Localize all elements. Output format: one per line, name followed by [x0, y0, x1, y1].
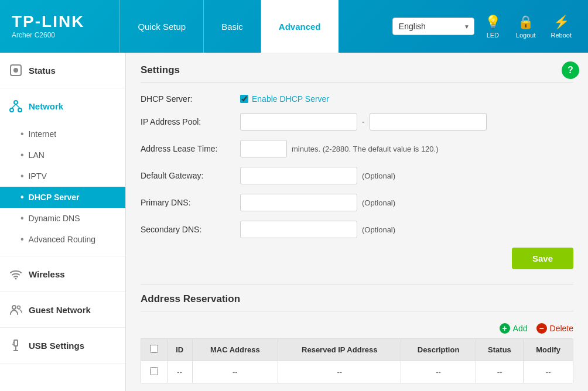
sidebar-section-status: Status: [0, 53, 125, 88]
language-select[interactable]: English 中文 Deutsch Español Français: [392, 18, 474, 35]
reboot-icon: ⚡: [553, 15, 569, 30]
row-modify: --: [524, 361, 573, 383]
save-button[interactable]: Save: [512, 248, 573, 269]
svg-point-4: [18, 108, 22, 112]
secondary-dns-input[interactable]: [240, 221, 357, 238]
status-icon: [9, 63, 23, 77]
logo-area: TP-LINK Archer C2600: [12, 13, 84, 39]
row-checkbox[interactable]: [150, 367, 158, 375]
ip-pool-end-input[interactable]: 192.168.0.199: [370, 113, 487, 131]
sidebar-section-usb-settings: USB Settings: [0, 328, 125, 363]
sidebar-item-advanced-routing[interactable]: Advanced Routing: [0, 229, 125, 250]
dynamic-dns-label: Dynamic DNS: [29, 214, 80, 223]
ip-pool-separator: -: [362, 117, 365, 126]
col-checkbox: [141, 339, 167, 361]
row-ip: --: [278, 361, 401, 383]
add-button[interactable]: + Add: [500, 323, 528, 334]
col-description: Description: [401, 339, 476, 361]
address-reservation-section: Address Reservation: [141, 284, 573, 311]
tab-basic[interactable]: Basic: [204, 0, 261, 53]
help-button[interactable]: ?: [562, 61, 579, 79]
save-row: Save: [141, 248, 573, 269]
advanced-routing-label: Advanced Routing: [29, 235, 95, 244]
svg-point-7: [15, 278, 17, 280]
sidebar-item-network-label: Network: [29, 101, 63, 111]
tab-advanced[interactable]: Advanced: [261, 0, 339, 53]
select-all-checkbox[interactable]: [150, 345, 158, 353]
primary-dns-input[interactable]: [240, 194, 357, 211]
sidebar-item-usb-settings[interactable]: USB Settings: [0, 328, 125, 363]
row-desc: --: [401, 361, 476, 383]
form-row-ip-pool: IP Address Pool: 192.168.0.100 - 192.168…: [141, 113, 573, 131]
logout-label: Logout: [516, 32, 536, 39]
delete-label: Delete: [550, 324, 573, 333]
row-status: --: [476, 361, 524, 383]
header-right: English 中文 Deutsch Español Français ▼ 💡 …: [392, 15, 576, 39]
form-row-lease-time: Address Lease Time: 120 minutes. (2-2880…: [141, 140, 573, 157]
table-actions: + Add − Delete: [141, 323, 573, 334]
svg-point-3: [10, 108, 13, 112]
sidebar-item-dynamic-dns[interactable]: Dynamic DNS: [0, 208, 125, 229]
sidebar-item-status[interactable]: Status: [0, 53, 125, 88]
add-label: Add: [513, 324, 528, 333]
logout-icon: 🔒: [518, 15, 534, 30]
sidebar-item-internet[interactable]: Internet: [0, 124, 125, 145]
row-id: --: [167, 361, 192, 383]
dhcp-server-label: DHCP Server: [29, 193, 80, 202]
sidebar-item-iptv[interactable]: IPTV: [0, 166, 125, 187]
table-header: ID MAC Address Reserved IP Address Descr…: [141, 339, 573, 361]
sidebar-section-wireless: Wireless: [0, 256, 125, 292]
settings-title: Settings: [141, 64, 573, 83]
svg-line-5: [12, 104, 16, 108]
reboot-button[interactable]: ⚡ Reboot: [546, 15, 576, 39]
led-button[interactable]: 💡 LED: [480, 15, 505, 39]
language-selector-wrapper: English 中文 Deutsch Español Français ▼: [392, 18, 474, 35]
col-id: ID: [167, 339, 192, 361]
primary-dns-label: Primary DNS:: [141, 198, 240, 207]
network-icon: [9, 99, 23, 113]
delete-icon: −: [536, 323, 547, 334]
lease-time-hint: minutes. (2-2880. The default value is 1…: [292, 145, 439, 153]
row-mac: --: [192, 361, 278, 383]
secondary-dns-optional: (Optional): [362, 225, 395, 234]
svg-point-1: [13, 68, 18, 73]
sidebar-item-status-label: Status: [29, 66, 56, 76]
enable-dhcp-checkbox[interactable]: [240, 95, 248, 103]
tab-quick-setup[interactable]: Quick Setup: [119, 0, 204, 53]
wireless-icon: [9, 267, 23, 281]
table-body: -- -- -- -- -- --: [141, 361, 573, 383]
ip-pool-label: IP Address Pool:: [141, 117, 240, 126]
svg-point-8: [12, 306, 16, 309]
gateway-optional: (Optional): [362, 172, 395, 180]
sidebar-section-network: Network Internet LAN IPTV DHCP Server Dy…: [0, 88, 125, 256]
form-row-secondary-dns: Secondary DNS: (Optional): [141, 221, 573, 238]
usb-icon: [9, 338, 23, 352]
gateway-control: 192.168.0.1 (Optional): [240, 167, 395, 184]
lease-time-input[interactable]: 120: [240, 140, 287, 157]
usb-settings-label: USB Settings: [29, 341, 84, 351]
delete-button[interactable]: − Delete: [536, 323, 573, 334]
sidebar-item-guest-network[interactable]: Guest Network: [0, 292, 125, 327]
svg-line-6: [16, 104, 20, 108]
svg-point-9: [18, 306, 20, 309]
address-reservation-title: Address Reservation: [141, 293, 573, 311]
ip-pool-control: 192.168.0.100 - 192.168.0.199: [240, 113, 487, 131]
svg-rect-10: [14, 340, 18, 346]
ip-pool-start-input[interactable]: 192.168.0.100: [240, 113, 357, 131]
enable-dhcp-label[interactable]: Enable DHCP Server: [240, 94, 329, 104]
guest-network-label: Guest Network: [29, 305, 91, 315]
gateway-label: Default Gateway:: [141, 171, 240, 180]
svg-point-2: [14, 101, 18, 104]
sidebar-item-dhcp-server[interactable]: DHCP Server: [0, 187, 125, 208]
col-modify: Modify: [524, 339, 573, 361]
sidebar-item-network[interactable]: Network: [0, 88, 125, 124]
logout-button[interactable]: 🔒 Logout: [511, 15, 541, 39]
sidebar-item-lan[interactable]: LAN: [0, 145, 125, 166]
sidebar-item-wireless[interactable]: Wireless: [0, 256, 125, 291]
table-row: -- -- -- -- -- --: [141, 361, 573, 383]
col-mac: MAC Address: [192, 339, 278, 361]
form-row-dhcp-server: DHCP Server: Enable DHCP Server: [141, 94, 573, 104]
row-checkbox-cell: [141, 361, 167, 383]
gateway-input[interactable]: 192.168.0.1: [240, 167, 357, 184]
enable-dhcp-text: Enable DHCP Server: [252, 94, 329, 104]
